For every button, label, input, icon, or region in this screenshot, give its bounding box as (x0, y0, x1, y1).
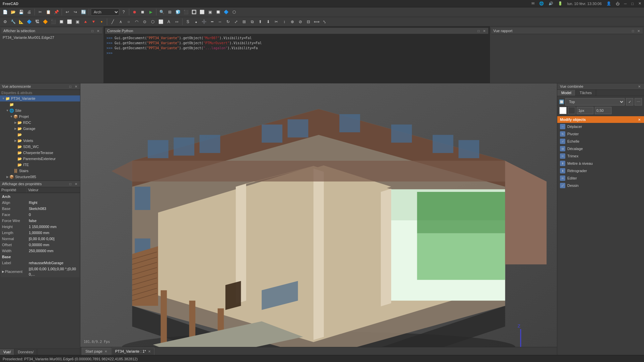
snap-toggle-btn[interactable]: S (184, 18, 192, 25)
modify-mettre-niveau[interactable]: ⬆ Mettre à niveau (557, 160, 644, 167)
tab-model[interactable]: Model (557, 90, 576, 96)
arch-roof-btn[interactable]: 📐 (17, 18, 25, 25)
arch-door-btn[interactable]: 🏗 (33, 18, 41, 25)
modify-echelle[interactable]: ⤢ Echelle (557, 138, 644, 145)
console-close-btn[interactable]: □ (477, 29, 480, 33)
mirror-btn[interactable]: ⟺ (313, 18, 320, 25)
open-btn[interactable]: 📂 (9, 8, 17, 16)
record-btn[interactable]: ⏺ (131, 8, 138, 16)
view-front-btn[interactable]: 🔳 (190, 8, 198, 16)
tree-close-btn[interactable]: ✕ (74, 85, 78, 88)
new-file-btn[interactable]: 📄 (1, 8, 9, 16)
modify-editer[interactable]: ✏ Editer (557, 174, 644, 182)
draft-dimension-btn[interactable]: ⇿ (173, 18, 181, 25)
tree-item-sdb-wc[interactable]: 📂 SDB_WC (0, 144, 80, 150)
array-btn[interactable]: ⊞ (240, 18, 248, 25)
modify-deplacer[interactable]: ↔ Déplacer (557, 123, 644, 130)
view-top-btn[interactable]: ⬛ (182, 8, 190, 16)
modify-retrograder[interactable]: ⬇ Rétrograder (557, 167, 644, 174)
props-close-btn[interactable]: ✕ (74, 182, 78, 186)
subtract-btn[interactable]: ━ (208, 18, 216, 25)
vue-rapport-detach-btn[interactable]: ✕ (637, 29, 641, 33)
snap-endpoint-btn[interactable]: ⬥ (192, 18, 200, 25)
vue-rapport-close-btn[interactable]: □ (631, 29, 635, 33)
arch-frame-btn[interactable]: 🔲 (58, 18, 65, 25)
print-btn[interactable]: 🖨 (25, 8, 33, 16)
tree-item-volets[interactable]: ▶ 📂 Volets (0, 138, 80, 144)
arch-site-btn[interactable]: 🔻 (90, 18, 97, 25)
draft-rect-btn[interactable]: ⬜ (157, 18, 164, 25)
stretch-btn[interactable]: ↕ (281, 18, 288, 25)
draft-text-btn[interactable]: A (165, 18, 172, 25)
afficher-detach-btn[interactable]: ✕ (96, 29, 100, 33)
downgrade-btn[interactable]: ⬇ (265, 18, 272, 25)
view-right-btn[interactable]: ⬜ (198, 8, 206, 16)
window-minimize[interactable]: ─ (624, 2, 627, 6)
left-tab-donnees[interactable]: Données/ (14, 349, 37, 355)
scale-btn[interactable]: ⤢ (232, 18, 240, 25)
arch-pipe-btn[interactable]: ⬛ (50, 18, 57, 25)
offset2d-btn[interactable]: ⊟ (305, 18, 312, 25)
window-close[interactable]: ✕ (638, 1, 641, 6)
cut-btn[interactable]: ✂ (37, 8, 44, 16)
arch-floor-btn[interactable]: 🔧 (9, 18, 17, 25)
draft-arc-btn[interactable]: ◠ (133, 18, 140, 25)
join-btn[interactable]: ⊕ (289, 18, 296, 25)
tree-item-site[interactable]: ▼ 🌐 Site (0, 107, 80, 114)
view-apply-btn[interactable]: ✓ (626, 98, 633, 105)
draft-ellipse-btn[interactable]: ⊙ (141, 18, 148, 25)
arch-equip-btn[interactable]: ▣ (74, 18, 81, 25)
paste-btn[interactable]: 📌 (53, 8, 60, 16)
copy-btn[interactable]: 📋 (45, 8, 52, 16)
tree-item-pt34[interactable]: ▼ 📁 PT34_Variante (0, 95, 80, 101)
draft-wire-btn[interactable]: ∧ (117, 18, 124, 25)
tree-item-structure[interactable]: ▶ 📦 Structure085 (0, 174, 80, 180)
view-color-dark[interactable] (568, 107, 575, 114)
workbench-dropdown[interactable]: Arch Draft FEM Part PartDesign (91, 8, 119, 16)
play-btn[interactable]: ▶ (147, 8, 154, 16)
stop-btn[interactable]: ⏹ (139, 8, 146, 16)
draft-circle-btn[interactable]: ○ (125, 18, 132, 25)
view-color-white[interactable] (559, 107, 567, 114)
tab-pt34variante[interactable]: PT34_Variante : 1* ✕ (112, 348, 154, 355)
trim-btn[interactable]: ✂ (273, 18, 280, 25)
console-detach-btn[interactable]: ✕ (482, 29, 486, 33)
view-px-input[interactable] (577, 107, 593, 114)
refresh-btn[interactable]: 🔄 (80, 8, 87, 16)
save-btn[interactable]: 💾 (17, 8, 25, 16)
afficher-close-btn[interactable]: □ (91, 29, 94, 33)
view-direction-select[interactable]: Top Front Right Left Bottom Back (565, 98, 625, 105)
tree-min-btn[interactable]: □ (69, 85, 72, 88)
view-3d-btn[interactable]: 🧊 (174, 8, 182, 16)
view-all-btn[interactable]: ⊞ (166, 8, 173, 16)
draft-polyline-btn[interactable]: ⬡ (149, 18, 156, 25)
tab-pt34variante-close[interactable]: ✕ (148, 350, 151, 353)
tree-item-blank1[interactable]: 📁 (0, 101, 80, 107)
tab-startpage[interactable]: Start page ✕ (82, 348, 111, 355)
view-opacity-input[interactable] (595, 107, 612, 114)
modify-trimex[interactable]: ✂ Trimex (557, 152, 644, 160)
arch-material-btn[interactable]: 🔺 (82, 18, 89, 25)
arch-window-btn[interactable]: 🔷 (25, 18, 33, 25)
workbench-help-btn[interactable]: ? (120, 8, 127, 16)
tab-taches[interactable]: Tâches (576, 90, 596, 96)
tree-item-parements[interactable]: 📂 ParementsExterieur (0, 156, 80, 162)
split-btn[interactable]: ⊘ (297, 18, 304, 25)
arch-wall-btn[interactable]: ⚙ (1, 18, 9, 25)
view-zoom-btn[interactable]: 🔍 (158, 8, 165, 16)
tab-startpage-close[interactable]: ✕ (104, 350, 107, 353)
move-btn[interactable]: ↔ (216, 18, 224, 25)
tree-item-rdc[interactable]: ▶ 📂 RDC (0, 120, 80, 126)
props-min-btn[interactable]: □ (69, 182, 72, 186)
undo-btn[interactable]: ↩ (64, 8, 71, 16)
clone-btn[interactable]: ⧉ (248, 18, 256, 25)
arch-panel-btn[interactable]: ⬜ (66, 18, 73, 25)
rotate-btn[interactable]: ↻ (224, 18, 232, 25)
window-maximize[interactable]: □ (631, 2, 634, 6)
vue-combinee-close-btn[interactable]: ✕ (637, 85, 641, 88)
wireframe-btn[interactable]: ⬡ (230, 8, 238, 16)
modify-pivoter[interactable]: ↻ Pivoter (557, 130, 644, 138)
arch-building-btn[interactable]: 🔸 (98, 18, 105, 25)
tree-item-charpente[interactable]: 📂 CharpenteTerasse (0, 150, 80, 156)
modify-dessin[interactable]: 🖊 Dessin (557, 182, 644, 189)
